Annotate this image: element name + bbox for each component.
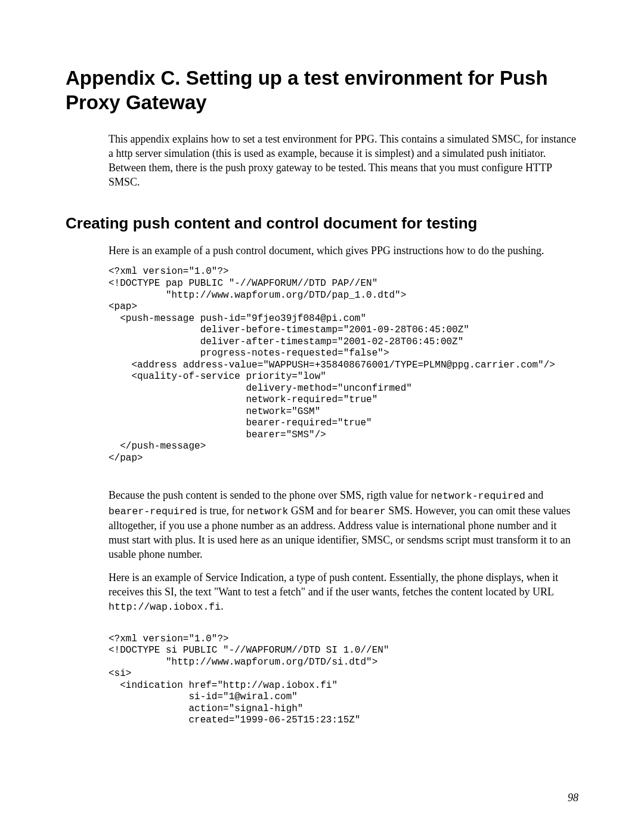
inline-code-network: network [247, 506, 288, 517]
inline-code-bearer-required: bearer-required [109, 506, 197, 517]
text-span: Here is an example of Service Indication… [109, 572, 558, 598]
paragraph-3: Here is an example of Service Indication… [109, 570, 578, 614]
text-span: Because the push content is sended to th… [109, 489, 431, 501]
code-block-si: <?xml version="1.0"?> <!DOCTYPE si PUBLI… [109, 634, 578, 727]
code-block-pap: <?xml version="1.0"?> <!DOCTYPE pap PUBL… [109, 266, 578, 464]
text-span: . [221, 600, 224, 612]
appendix-title: Appendix C. Setting up a test environmen… [66, 66, 578, 115]
inline-code-network-required: network-required [431, 490, 525, 502]
inline-code-bearer: bearer [350, 506, 385, 517]
text-span: is true, for [197, 505, 247, 517]
paragraph-1: Here is an example of a push control doc… [109, 243, 578, 258]
text-span: GSM and for [288, 505, 350, 517]
intro-paragraph: This appendix explains how to set a test… [109, 132, 578, 190]
inline-code-url: http://wap.iobox.fi [109, 601, 221, 613]
section-heading: Creating push content and control docume… [66, 214, 578, 233]
paragraph-2: Because the push content is sended to th… [109, 488, 578, 561]
document-page: Appendix C. Setting up a test environmen… [0, 0, 644, 834]
page-number: 98 [568, 792, 578, 804]
text-span: and [525, 489, 544, 501]
